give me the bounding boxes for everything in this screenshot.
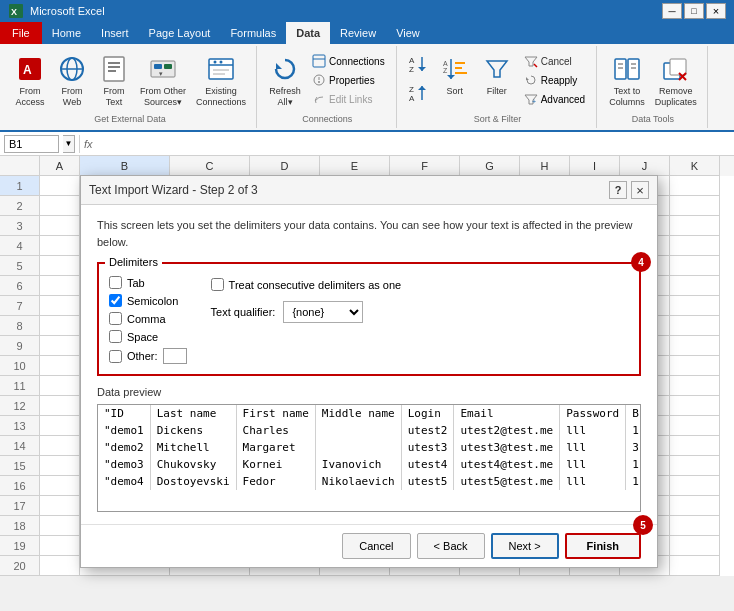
tab-formulas[interactable]: Formulas: [220, 22, 286, 44]
tab-checkbox[interactable]: [109, 276, 122, 289]
minimize-btn[interactable]: ─: [662, 3, 682, 19]
cell[interactable]: [40, 496, 80, 516]
space-checkbox[interactable]: [109, 330, 122, 343]
connections-button[interactable]: Connections: [307, 52, 390, 70]
cell[interactable]: [670, 516, 720, 536]
refresh-all-button[interactable]: RefreshAll▾: [265, 50, 305, 114]
cell[interactable]: [40, 316, 80, 336]
col-header-d[interactable]: D: [250, 156, 320, 176]
col-header-b[interactable]: B: [80, 156, 170, 176]
cell[interactable]: [40, 376, 80, 396]
tab-file[interactable]: File: [0, 22, 42, 44]
cell[interactable]: [40, 536, 80, 556]
col-header-i[interactable]: I: [570, 156, 620, 176]
col-header-f[interactable]: F: [390, 156, 460, 176]
cell[interactable]: [40, 356, 80, 376]
sort-za-button[interactable]: ZA: [405, 79, 433, 107]
cell[interactable]: [670, 536, 720, 556]
col-header-j[interactable]: J: [620, 156, 670, 176]
cell[interactable]: [670, 216, 720, 236]
tab-view[interactable]: View: [386, 22, 430, 44]
cell[interactable]: [670, 436, 720, 456]
cell[interactable]: [40, 256, 80, 276]
cell[interactable]: [40, 336, 80, 356]
tab-insert[interactable]: Insert: [91, 22, 139, 44]
cell[interactable]: [40, 516, 80, 536]
cell[interactable]: [40, 196, 80, 216]
cell[interactable]: [670, 316, 720, 336]
col-header-h[interactable]: H: [520, 156, 570, 176]
tab-home[interactable]: Home: [42, 22, 91, 44]
finish-button[interactable]: Finish: [565, 533, 641, 559]
cell[interactable]: [40, 296, 80, 316]
cell[interactable]: [40, 436, 80, 456]
properties-button[interactable]: Properties: [307, 71, 390, 89]
consecutive-checkbox[interactable]: [211, 278, 224, 291]
from-other-button[interactable]: ▾ From OtherSources▾: [136, 50, 190, 114]
tab-review[interactable]: Review: [330, 22, 386, 44]
comma-checkbox-label[interactable]: Comma: [109, 312, 187, 325]
consecutive-checkbox-label[interactable]: Treat consecutive delimiters as one: [211, 278, 402, 291]
filter-button[interactable]: Filter: [477, 50, 517, 114]
sort-button[interactable]: AZ Sort: [435, 50, 475, 114]
cell[interactable]: [670, 296, 720, 316]
from-text-button[interactable]: FromText: [94, 50, 134, 114]
cell[interactable]: [670, 556, 720, 576]
cell[interactable]: [670, 256, 720, 276]
cell[interactable]: [670, 396, 720, 416]
tab-page-layout[interactable]: Page Layout: [139, 22, 221, 44]
reapply-button[interactable]: Reapply: [519, 71, 590, 89]
other-value-input[interactable]: [163, 348, 187, 364]
restore-btn[interactable]: □: [684, 3, 704, 19]
cell[interactable]: [670, 496, 720, 516]
cell[interactable]: [670, 236, 720, 256]
cell[interactable]: [670, 376, 720, 396]
cell[interactable]: [670, 176, 720, 196]
formula-input[interactable]: [97, 135, 730, 153]
cancel-button[interactable]: Cancel: [342, 533, 410, 559]
name-box[interactable]: [4, 135, 59, 153]
remove-duplicates-button[interactable]: RemoveDuplicates: [651, 50, 701, 114]
semicolon-checkbox[interactable]: [109, 294, 122, 307]
existing-connections-button[interactable]: ExistingConnections: [192, 50, 250, 114]
other-checkbox[interactable]: [109, 350, 122, 363]
cell[interactable]: [670, 416, 720, 436]
advanced-button[interactable]: + Advanced: [519, 90, 590, 108]
semicolon-checkbox-label[interactable]: Semicolon: [109, 294, 187, 307]
col-header-g[interactable]: G: [460, 156, 520, 176]
cell[interactable]: [40, 216, 80, 236]
cell[interactable]: [670, 336, 720, 356]
cell[interactable]: [40, 556, 80, 576]
clear-button[interactable]: Cancel: [519, 52, 590, 70]
tab-data[interactable]: Data: [286, 22, 330, 44]
tab-checkbox-label[interactable]: Tab: [109, 276, 187, 289]
data-preview-area[interactable]: "IDLast nameFirst nameMiddle nameLoginEm…: [97, 404, 641, 512]
col-header-a[interactable]: A: [40, 156, 80, 176]
col-header-e[interactable]: E: [320, 156, 390, 176]
cell[interactable]: [670, 276, 720, 296]
close-btn[interactable]: ×: [706, 3, 726, 19]
cell[interactable]: [40, 476, 80, 496]
dialog-close-btn[interactable]: ×: [631, 181, 649, 199]
cell[interactable]: [40, 456, 80, 476]
back-button[interactable]: < Back: [417, 533, 485, 559]
col-header-c[interactable]: C: [170, 156, 250, 176]
col-header-k[interactable]: K: [670, 156, 720, 176]
edit-links-button[interactable]: Edit Links: [307, 90, 390, 108]
space-checkbox-label[interactable]: Space: [109, 330, 187, 343]
cell[interactable]: [40, 276, 80, 296]
cell[interactable]: [670, 476, 720, 496]
cell[interactable]: [40, 236, 80, 256]
name-box-dropdown[interactable]: ▼: [63, 135, 75, 153]
cell[interactable]: [670, 196, 720, 216]
cell[interactable]: [40, 416, 80, 436]
cell[interactable]: [40, 396, 80, 416]
qualifier-select[interactable]: {none} " ': [283, 301, 363, 323]
from-web-button[interactable]: FromWeb: [52, 50, 92, 114]
comma-checkbox[interactable]: [109, 312, 122, 325]
dialog-help-btn[interactable]: ?: [609, 181, 627, 199]
text-to-columns-button[interactable]: Text toColumns: [605, 50, 649, 114]
from-access-button[interactable]: A FromAccess: [10, 50, 50, 114]
other-checkbox-label[interactable]: Other:: [109, 348, 187, 364]
cell[interactable]: [670, 456, 720, 476]
